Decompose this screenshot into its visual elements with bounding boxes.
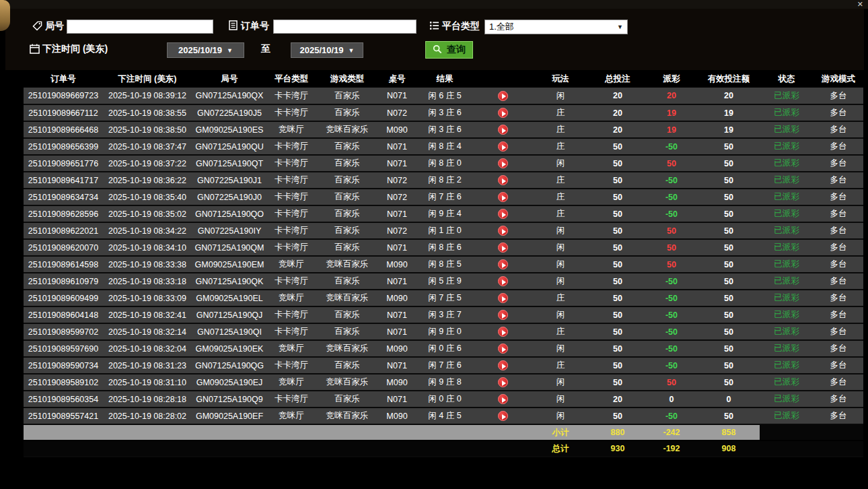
play-icon[interactable] [498, 411, 508, 421]
cell-total-bet: 50 [590, 155, 645, 172]
cell-bet-time: 2025-10-19 08:35:02 [103, 205, 192, 222]
cell-bet-type: 庄 [531, 290, 590, 306]
cell-bet-time: 2025-10-19 08:36:22 [103, 172, 192, 189]
date-to-picker[interactable]: 2025/10/19 ▼ [291, 42, 363, 58]
cell-total-bet: 50 [590, 357, 645, 374]
cell-table-number: N072 [379, 222, 415, 239]
table-row: 251019089589102 2025-10-19 08:31:10 GM09… [24, 374, 863, 391]
cell-order-number: 251019089597690 [24, 340, 103, 357]
cell-bet-time: 2025-10-19 08:35:40 [103, 189, 192, 205]
cell-valid-bet: 50 [698, 374, 760, 391]
cell-bet-time: 2025-10-19 08:32:04 [103, 340, 192, 357]
cell-game-type: 百家乐 [316, 138, 379, 155]
cell-result: 闲 0 庄 0 [415, 391, 474, 408]
play-icon[interactable] [498, 242, 508, 253]
cell-game-type: 竞咪百家乐 [316, 408, 379, 424]
play-icon[interactable] [498, 360, 508, 370]
cell-round-number: GN07225A190IY [192, 222, 267, 239]
table-row: 251019089628596 2025-10-19 08:35:02 GN07… [24, 205, 863, 222]
cell-table-number: N071 [379, 391, 415, 408]
cell-bet-time: 2025-10-19 08:32:41 [103, 306, 192, 323]
subtotal-payout: -242 [645, 424, 698, 441]
cell-order-number: 251019089609499 [24, 290, 103, 306]
col-header-game-type: 游戏类型 [316, 70, 379, 88]
cell-round-number: GN07125A190Q9 [192, 391, 267, 408]
cell-platform-type: 竞咪厅 [267, 340, 316, 357]
cell-total-bet: 50 [590, 340, 645, 357]
cell-game-type: 百家乐 [316, 222, 379, 239]
cell-status: 已派彩 [760, 121, 813, 138]
play-icon[interactable] [498, 276, 508, 286]
cell-result: 闲 1 庄 0 [415, 222, 474, 239]
cell-total-bet: 50 [590, 323, 645, 340]
cell-table-number: N071 [379, 357, 415, 374]
play-icon[interactable] [498, 293, 508, 303]
cell-valid-bet: 50 [698, 138, 760, 155]
cell-result: 闲 3 庄 6 [415, 121, 474, 138]
play-icon[interactable] [498, 108, 508, 118]
cell-round-number: GN07125A190QG [192, 357, 267, 374]
play-icon[interactable] [498, 209, 508, 219]
cell-bet-type: 闲 [531, 256, 590, 273]
cell-payout: -50 [645, 138, 698, 155]
cell-status: 已派彩 [760, 222, 813, 239]
order-number-input[interactable] [273, 20, 417, 34]
cell-bet-time: 2025-10-19 08:33:38 [103, 256, 192, 273]
cell-payout: -50 [645, 189, 698, 205]
play-icon[interactable] [498, 158, 508, 168]
play-icon[interactable] [498, 192, 508, 202]
cell-replay [474, 189, 531, 205]
cell-bet-time: 2025-10-19 08:32:14 [103, 323, 192, 340]
cell-round-number: GN07125A190QJ [192, 306, 267, 323]
chevron-down-icon: ▼ [349, 47, 355, 54]
cell-bet-type: 闲 [531, 408, 590, 424]
play-icon[interactable] [498, 91, 508, 101]
cell-game-mode: 多台 [813, 205, 863, 222]
grand-total-row: 总计 930 -192 908 [24, 441, 863, 457]
cell-result: 闲 8 庄 2 [415, 172, 474, 189]
col-header-result: 结果 [415, 70, 474, 88]
cell-platform-type: 卡卡湾厅 [267, 138, 316, 155]
cell-game-mode: 多台 [813, 273, 863, 290]
query-button[interactable]: 查询 [425, 41, 473, 59]
cell-payout: 50 [645, 256, 698, 273]
play-icon[interactable] [498, 377, 508, 387]
cell-replay [474, 273, 531, 290]
cell-status: 已派彩 [760, 256, 813, 273]
table-row: 251019089620070 2025-10-19 08:34:10 GN07… [24, 239, 863, 256]
play-icon[interactable] [498, 259, 508, 269]
cell-bet-type: 闲 [531, 222, 590, 239]
cell-result: 闲 8 庄 4 [415, 138, 474, 155]
play-icon[interactable] [498, 141, 508, 152]
cell-bet-time: 2025-10-19 08:37:47 [103, 138, 192, 155]
table-row: 251019089666468 2025-10-19 08:38:50 GM09… [24, 121, 863, 138]
play-icon[interactable] [498, 327, 508, 337]
play-icon[interactable] [498, 175, 508, 185]
cell-payout: -50 [645, 323, 698, 340]
cell-replay [474, 323, 531, 340]
grand-total-valid-bet: 908 [698, 441, 760, 457]
title-bar: ✕ [0, 0, 868, 9]
play-icon[interactable] [498, 310, 508, 320]
play-icon[interactable] [498, 226, 508, 236]
col-header-status: 状态 [760, 70, 813, 88]
cell-order-number: 251019089666468 [24, 121, 103, 138]
cell-bet-time: 2025-10-19 08:38:50 [103, 121, 192, 138]
cell-total-bet: 50 [590, 273, 645, 290]
close-icon[interactable]: ✕ [857, 0, 863, 9]
play-icon[interactable] [498, 125, 508, 135]
cell-round-number: GN07125A190QU [192, 138, 267, 155]
play-icon[interactable] [498, 394, 508, 404]
cell-table-number: N071 [379, 155, 415, 172]
cell-bet-type: 闲 [531, 155, 590, 172]
cell-round-number: GM09025A190EJ [192, 374, 267, 391]
round-number-input[interactable] [67, 20, 213, 34]
platform-type-select[interactable]: 1.全部 ▼ [484, 20, 628, 34]
cell-platform-type: 卡卡湾厅 [267, 239, 316, 256]
cell-valid-bet: 50 [698, 323, 760, 340]
play-icon[interactable] [498, 344, 508, 354]
date-from-picker[interactable]: 2025/10/19 ▼ [167, 42, 244, 58]
cell-replay [474, 391, 531, 408]
cell-bet-type: 闲 [531, 306, 590, 323]
cell-order-number: 251019089590734 [24, 357, 103, 374]
